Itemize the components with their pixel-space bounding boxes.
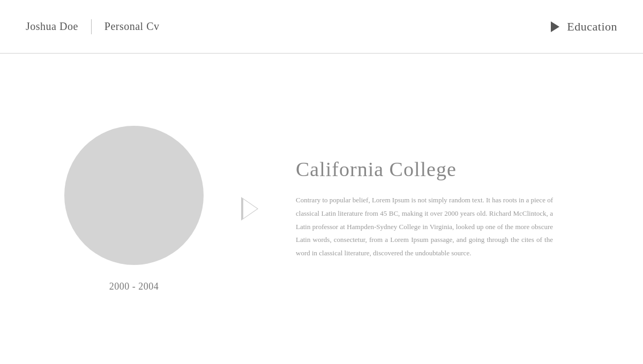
left-section: 2000 - 2004	[64, 126, 204, 292]
college-name: California College	[296, 157, 553, 181]
author-name: Joshua Doe	[26, 20, 78, 33]
education-label: Education	[567, 20, 617, 34]
cv-title: Personal Cv	[104, 20, 160, 33]
year-range: 2000 - 2004	[109, 281, 159, 292]
chevron-right-icon	[241, 197, 258, 221]
page-header: Joshua Doe Personal Cv Education	[0, 0, 643, 54]
avatar	[64, 126, 204, 265]
play-icon	[551, 21, 559, 32]
header-divider	[91, 19, 92, 34]
right-section: California College Contrary to popular b…	[296, 157, 553, 260]
arrow-section	[241, 197, 258, 221]
description-text: Contrary to popular belief, Lorem Ipsum …	[296, 194, 553, 260]
header-left: Joshua Doe Personal Cv	[26, 19, 159, 34]
main-content: 2000 - 2004 California College Contrary …	[0, 54, 643, 364]
header-right: Education	[551, 20, 617, 34]
